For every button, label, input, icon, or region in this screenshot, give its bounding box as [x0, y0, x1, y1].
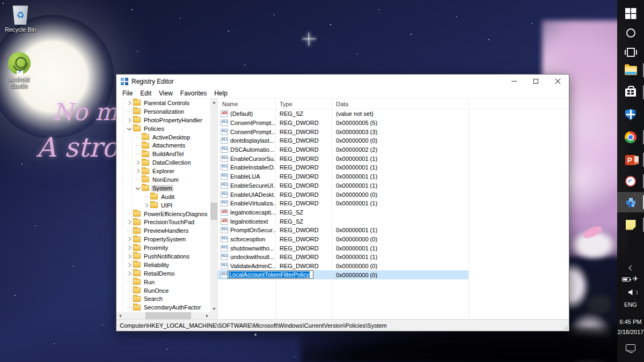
value-row-dscautomatio[interactable]: 011110DSCAutomatio...REG_DWORD0x00000002… [218, 145, 469, 154]
value-row-enablesecureui[interactable]: 011110EnableSecureUI...REG_DWORD0x000000… [218, 181, 469, 190]
value-row-enableuiadeskt[interactable]: 011110EnableUIADeskt...REG_DWORD0x000000… [218, 190, 469, 199]
value-row-shutdownwitho[interactable]: 011110shutdownwitho...REG_DWORD0x0000000… [218, 243, 469, 253]
airplane-mode-tray[interactable]: ✈ [622, 274, 644, 283]
value-row-default[interactable]: (Default)REG_SZ(value not set) [218, 109, 469, 119]
tree-item-personalization[interactable]: Personalization [116, 107, 210, 116]
title-bar[interactable]: Registry Editor [116, 75, 569, 88]
taskbar-button-powerpoint[interactable] [617, 150, 644, 170]
language-indicator[interactable]: ENG [617, 300, 644, 309]
value-row-enablecursorsu[interactable]: 011110EnableCursorSu...REG_DWORD0x000000… [218, 154, 469, 163]
taskbar-button-start[interactable] [617, 3, 644, 24]
rename-value-input[interactable]: LocalAccountTokenFilterPolicy [228, 270, 313, 279]
chevron-right-icon[interactable] [126, 246, 133, 249]
scroll-right-button[interactable] [203, 312, 210, 319]
scroll-down-button[interactable] [210, 305, 217, 312]
value-row-enablevirtualiza[interactable]: 011110EnableVirtualiza...REG_DWORD0x0000… [218, 199, 469, 208]
tree-item-audit[interactable]: Audit [116, 193, 210, 201]
chevron-right-icon[interactable] [126, 238, 133, 241]
taskbar-button-store[interactable] [617, 82, 644, 102]
value-row-legalnoticetext[interactable]: legalnoticetextREG_SZ [218, 217, 469, 226]
clock-time[interactable]: 6:45 PM [617, 318, 644, 326]
close-button[interactable] [547, 75, 569, 88]
chevron-right-icon[interactable] [126, 255, 133, 258]
tree-item-policies[interactable]: Policies [116, 124, 210, 133]
tree-item-datacollection[interactable]: DataCollection [116, 158, 210, 167]
tree-item-search[interactable]: Search [116, 294, 210, 303]
tree-item-proximity[interactable]: Proximity [116, 243, 210, 252]
chevron-right-icon[interactable] [126, 263, 133, 267]
taskbar-button-snipping-tool[interactable] [617, 171, 644, 191]
tree-item-precisiontouchpad[interactable]: PrecisionTouchPad [116, 218, 210, 226]
tree-item-powerefficiencydiagnos[interactable]: PowerEfficiencyDiagnos [116, 210, 210, 218]
tree-item-propertysystem[interactable]: PropertySystem [116, 235, 210, 243]
menu-edit[interactable]: Edit [136, 88, 155, 98]
vertical-scroll-thumb[interactable] [210, 203, 217, 220]
tree-item-explorer[interactable]: Explorer [116, 167, 210, 175]
tree-item-nonenum[interactable]: NonEnum [116, 175, 210, 184]
tree-item-previewhandlers[interactable]: PreviewHandlers [116, 226, 210, 235]
tree-item-activedesktop[interactable]: ActiveDesktop [116, 133, 210, 142]
taskbar-button-defender[interactable] [617, 105, 644, 125]
chevron-right-icon[interactable] [143, 204, 150, 207]
value-row-scforceoption[interactable]: 011110scforceoptionREG_DWORD0x00000000 (… [218, 235, 469, 244]
chevron-down-icon[interactable] [126, 128, 133, 130]
menu-view[interactable]: View [155, 88, 177, 98]
desktop-icon-recycle-bin[interactable]: Recycle Bin [0, 3, 41, 33]
chevron-down-icon[interactable] [135, 187, 141, 189]
value-row-validateadminc[interactable]: 011110ValidateAdminC...REG_DWORD0x000000… [218, 262, 469, 271]
value-row-enableinstallerd[interactable]: 011110EnableInstallerD...REG_DWORD0x0000… [218, 163, 469, 172]
tree-item-secondaryauthfactor[interactable]: SecondaryAuthFactor [116, 303, 210, 312]
chevron-right-icon[interactable] [126, 220, 133, 224]
tree-item-run[interactable]: Run [116, 278, 210, 286]
scroll-left-button[interactable] [116, 312, 123, 319]
value-row-enablelua[interactable]: 011110EnableLUAREG_DWORD0x00000001 (1) [218, 172, 469, 181]
tree-item-uipi[interactable]: UIPI [116, 201, 210, 210]
value-row-consentprompt[interactable]: 011110ConsentPrompt...REG_DWORD0x0000000… [218, 127, 469, 136]
column-header-name[interactable]: Name [218, 101, 275, 107]
menu-help[interactable]: Help [210, 88, 231, 98]
tree-item-runonce[interactable]: RunOnce [116, 286, 210, 295]
menu-favorites[interactable]: Favorites [177, 88, 210, 98]
taskbar-button-task-view[interactable] [617, 42, 644, 62]
tree-item-reliability[interactable]: Reliability [116, 261, 210, 269]
tree-item-attachments[interactable]: Attachments [116, 141, 210, 150]
tree-horizontal-scrollbar[interactable] [116, 312, 210, 319]
tree-item-pushnotifications[interactable]: PushNotifications [116, 252, 210, 261]
taskbar-button-sticky-notes[interactable] [617, 215, 644, 235]
value-row-localaccounttokenfilterpolicy[interactable]: LocalAccountTokenFilterPolicy0111100x000… [218, 270, 469, 279]
horizontal-scroll-thumb[interactable] [145, 312, 191, 319]
taskbar-button-registry-editor[interactable] [617, 192, 644, 212]
tree-item-system[interactable]: System [116, 184, 210, 193]
value-row-promptonsecur[interactable]: 011110PromptOnSecur...REG_DWORD0x0000000… [218, 226, 469, 235]
value-row-dontdisplaylast[interactable]: 011110dontdisplaylast...REG_DWORD0x00000… [218, 136, 469, 145]
tree-item-parental-controls[interactable]: Parental Controls [116, 99, 210, 107]
chevron-right-icon[interactable] [126, 272, 133, 275]
tree-vertical-scrollbar[interactable] [210, 99, 217, 312]
value-row-consentprompt[interactable]: 011110ConsentPrompt...REG_DWORD0x0000000… [218, 119, 469, 128]
value-row-legalnoticecapti[interactable]: legalnoticecapti...REG_SZ [218, 208, 469, 217]
show-hidden-icons-button[interactable] [617, 263, 644, 272]
resize-grip[interactable] [562, 324, 568, 330]
chevron-right-icon[interactable] [135, 169, 141, 173]
column-header-data[interactable]: Data [332, 101, 469, 107]
menu-file[interactable]: File [119, 88, 136, 98]
column-separator[interactable] [469, 99, 469, 319]
clock-date[interactable]: 2/18/2017 [617, 328, 644, 336]
taskbar-button-cortana[interactable] [617, 23, 644, 43]
scroll-up-button[interactable] [210, 99, 217, 106]
value-row-undockwithoutl[interactable]: 011110undockwithoutl...REG_DWORD0x000000… [218, 253, 469, 262]
column-header-type[interactable]: Type [275, 101, 332, 107]
maximize-button[interactable] [525, 75, 547, 88]
action-center-button[interactable] [617, 342, 644, 353]
minimize-button[interactable] [503, 75, 525, 88]
chevron-right-icon[interactable] [126, 119, 133, 122]
tree-item-photopropertyhandler[interactable]: PhotoPropertyHandler [116, 116, 210, 124]
tree-item-buildandtel[interactable]: BuildAndTel [116, 150, 210, 158]
desktop-icon-android-studio[interactable]: Android Studio [0, 52, 40, 89]
volume-tray[interactable] [617, 287, 644, 297]
chevron-right-icon[interactable] [135, 161, 141, 164]
taskbar-button-file-explorer[interactable] [617, 60, 644, 80]
tree-item-retaildemo[interactable]: RetailDemo [116, 269, 210, 278]
taskbar-button-chrome[interactable] [617, 127, 644, 147]
chevron-right-icon[interactable] [126, 101, 133, 105]
